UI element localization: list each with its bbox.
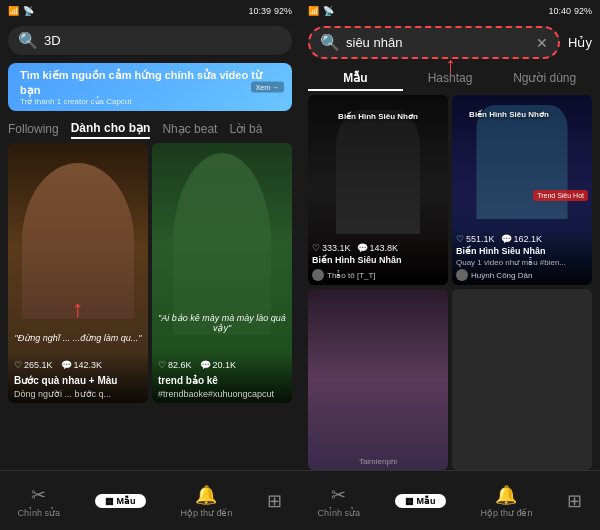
arrow-annotation-left: ↑ [72,295,84,323]
nav-label-chinh-sua-left: Chỉnh sửa [17,508,60,518]
status-right: 10:39 92% [248,6,292,16]
signal-icon-right: 📶 [308,6,319,16]
heart-icon-1: ♡ [14,360,22,370]
likes-1: ♡ 265.1K [14,360,53,370]
cancel-button-right[interactable]: Hủy [568,35,592,50]
comments-1: 💬 142.3K [61,360,103,370]
search-box-right[interactable]: 🔍 ✕ [308,26,560,59]
wifi-icon: 📡 [23,6,34,16]
video-quote-2: "Ai bảo kê mày mà mày lào quá vậy" [156,313,288,333]
bell-icon-left: 🔔 [195,484,217,506]
results-row2-right: Taimienphi [300,285,600,470]
video-stats-2: ♡ 82.6K 💬 20.1K [158,360,286,370]
search-tab-mau[interactable]: Mẫu [308,67,403,91]
video-grid-left: "Đừng nghĩ ... ...đừng làm qu..." ♡ 265.… [0,143,300,470]
battery-left: 92% [274,6,292,16]
banner-cta[interactable]: Xem → [251,82,284,93]
video-author-1: Dòng người ... bước q... [14,389,142,399]
result-card-2[interactable]: Biến Hình Siêu Nhơn Trend Siêu Hot ♡ 551… [452,95,592,285]
tab-danh-cho-ban[interactable]: Dành cho bạn [71,119,151,139]
template-icon-right: ▦ [405,496,414,506]
result-badge-1: Biến Hình Siêu Nhơn [316,105,440,123]
search-bar-left[interactable]: 🔍 [8,26,292,55]
battery-right: 92% [574,6,592,16]
video-overlay-1: ♡ 265.1K 💬 142.3K Bước quà nhau + Màu Dò… [8,352,148,403]
trend-badge-2: Trend Siêu Hot [533,190,588,201]
template-icon-left: ▦ [105,496,114,506]
nav-mau-left[interactable]: ▦ Mẫu [95,494,146,508]
tabs-left: Following Dành cho bạn Nhạc beat Lời bà [0,115,300,143]
comment-icon-r1: 💬 [357,243,368,253]
nav-mau-badge-left: ▦ Mẫu [95,494,146,508]
result-sub-2: Quay 1 video như mẫu #bien... [456,258,588,267]
result-likes-2: ♡ 551.1K [456,234,495,244]
nav-chinh-sua-left[interactable]: ✂ Chỉnh sửa [17,484,60,518]
result-overlay-1: ♡ 333.1K 💬 143.8K Biến Hình Siêu Nhân Th… [308,237,448,285]
result-card-1[interactable]: Biến Hình Siêu Nhơn ♡ 333.1K 💬 143.8K Bi… [308,95,448,285]
result-overlay-2: ♡ 551.1K 💬 162.1K Biến Hình Siêu Nhân Qu… [452,228,592,285]
comment-icon-r2: 💬 [501,234,512,244]
nav-hop-thu-left[interactable]: 🔔 Hộp thư đến [180,484,232,518]
search-icon-left: 🔍 [18,31,38,50]
search-input-left[interactable] [44,33,282,48]
likes-2: ♡ 82.6K [158,360,192,370]
banner-content: Tìm kiếm nguồn cảm hứng chính sửa video … [20,68,280,106]
heart-icon-r1: ♡ [312,243,320,253]
result-comments-2: 💬 162.1K [501,234,543,244]
search-tab-nguoi-dung[interactable]: Người dùng [497,67,592,91]
heart-icon-r2: ♡ [456,234,464,244]
author-name-2: Huỳnh Công Dân [471,271,532,280]
tab-following[interactable]: Following [8,120,59,138]
nav-grid-right[interactable]: ⊞ [567,490,582,512]
clear-icon-right[interactable]: ✕ [536,35,548,51]
grid-icon-left: ⊞ [267,490,282,512]
time-left: 10:39 [248,6,271,16]
red-arrow-annotation: ↑ [445,52,456,78]
wifi-icon-right: 📡 [323,6,334,16]
search-icon-right: 🔍 [320,33,340,52]
status-bar-right: 📶 📡 10:40 92% [300,0,600,22]
left-panel: 📶 📡 10:39 92% 🔍 Tìm kiếm nguồn cảm hứng … [0,0,300,530]
scissors-icon-left: ✂ [31,484,46,506]
grid-icon-right: ⊞ [567,490,582,512]
nav-label-hop-thu-right: Hộp thư đến [480,508,532,518]
comments-2: 💬 20.1K [200,360,237,370]
nav-label-hop-thu-left: Hộp thư đến [180,508,232,518]
time-right: 10:40 [548,6,571,16]
video-overlay-2: ♡ 82.6K 💬 20.1K trend bảo kê #trendbaoke… [152,352,292,403]
result-badge-2: Biến Hình Siêu Nhơn [456,103,562,121]
scissors-icon-right: ✂ [331,484,346,506]
result-stats-1: ♡ 333.1K 💬 143.8K [312,243,444,253]
video-title-2: trend bảo kê [158,374,286,387]
status-left: 📶 📡 [8,6,34,16]
result-card-4[interactable] [452,289,592,470]
results-grid-right: Biến Hình Siêu Nhơn ♡ 333.1K 💬 143.8K Bi… [300,95,600,285]
search-input-right[interactable] [346,35,530,50]
nav-mau-right[interactable]: ▦ Mẫu [395,494,446,508]
author-name-1: Thảo tô [T_T] [327,271,376,280]
nav-chinh-sua-right[interactable]: ✂ Chỉnh sửa [317,484,360,518]
result-card-3[interactable]: Taimienphi [308,289,448,470]
author-avatar-1 [312,269,324,281]
tab-nhac-beat[interactable]: Nhạc beat [162,120,217,138]
result-title-2: Biến Hình Siêu Nhân [456,246,588,258]
banner-title: Tìm kiếm nguồn cảm hứng chính sửa video … [20,68,280,97]
nav-hop-thu-right[interactable]: 🔔 Hộp thư đến [480,484,532,518]
bell-icon-right: 🔔 [495,484,517,506]
status-bar-left: 📶 📡 10:39 92% [0,0,300,22]
right-panel: 📶 📡 10:40 92% 🔍 ✕ Hủy ↑ Mẫu Hashtag Ngườ… [300,0,600,530]
video-card-1[interactable]: "Đừng nghĩ ... ...đừng làm qu..." ♡ 265.… [8,143,148,403]
nav-label-chinh-sua-right: Chỉnh sửa [317,508,360,518]
result-author-row-1: Thảo tô [T_T] [312,269,444,281]
tab-loi-ba[interactable]: Lời bà [229,120,262,138]
result-likes-1: ♡ 333.1K [312,243,351,253]
video-card-2[interactable]: "Ai bảo kê mày mà mày lào quá vậy" ♡ 82.… [152,143,292,403]
result-stats-2: ♡ 551.1K 💬 162.1K [456,234,588,244]
nav-grid-left[interactable]: ⊞ [267,490,282,512]
status-left-right: 📶 📡 [308,6,334,16]
result-comments-1: 💬 143.8K [357,243,399,253]
signal-icon: 📶 [8,6,19,16]
banner-left[interactable]: Tìm kiếm nguồn cảm hứng chính sửa video … [8,63,292,111]
video-title-1: Bước quà nhau + Màu [14,374,142,387]
status-right-right: 10:40 92% [548,6,592,16]
